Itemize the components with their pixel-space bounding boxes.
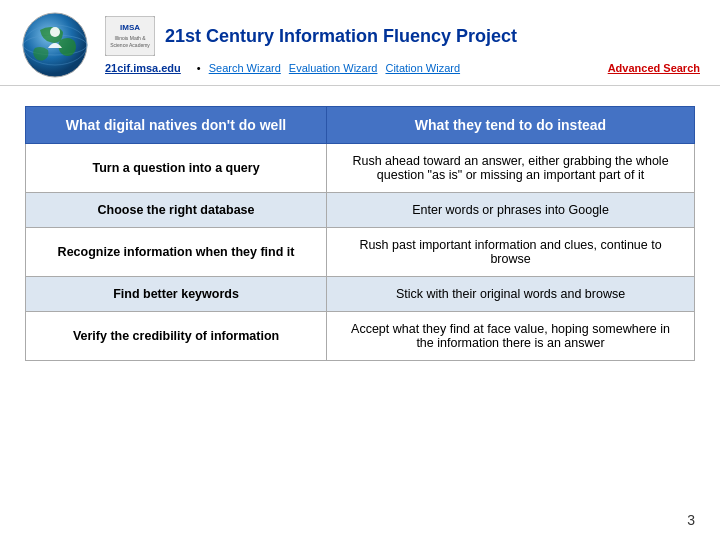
header-right: IMSA Illinois Math & Science Academy 21s…: [105, 16, 700, 74]
svg-text:IMSA: IMSA: [120, 23, 140, 32]
page-number: 3: [687, 512, 695, 528]
svg-text:Illinois Math &: Illinois Math &: [114, 35, 146, 41]
page-header: IMSA Illinois Math & Science Academy 21s…: [0, 0, 720, 86]
globe-icon: [20, 10, 90, 80]
table-cell-right: Rush past important information and clue…: [327, 228, 695, 277]
svg-text:Science Academy: Science Academy: [110, 42, 150, 48]
nav-advanced-search[interactable]: Advanced Search: [608, 62, 700, 74]
table-row: Choose the right databaseEnter words or …: [26, 193, 695, 228]
nav-search-wizard[interactable]: Search Wizard: [209, 62, 281, 74]
col2-header: What they tend to do instead: [327, 107, 695, 144]
site-link[interactable]: 21cif.imsa.edu: [105, 62, 181, 74]
table-row: Verify the credibility of informationAcc…: [26, 312, 695, 361]
nav-eval-wizard[interactable]: Evaluation Wizard: [289, 62, 378, 74]
table-cell-left: Choose the right database: [26, 193, 327, 228]
nav-bar: 21cif.imsa.edu • Search Wizard Evaluatio…: [105, 62, 700, 74]
project-title: 21st Century Information Fluency Project: [165, 26, 517, 47]
nav-citation-wizard[interactable]: Citation Wizard: [385, 62, 460, 74]
comparison-table: What digital natives don't do well What …: [25, 106, 695, 361]
nav-separator: •: [197, 62, 201, 74]
table-cell-right: Enter words or phrases into Google: [327, 193, 695, 228]
main-content: What digital natives don't do well What …: [0, 86, 720, 371]
col1-header: What digital natives don't do well: [26, 107, 327, 144]
table-cell-right: Stick with their original words and brow…: [327, 277, 695, 312]
table-cell-left: Recognize information when they find it: [26, 228, 327, 277]
table-cell-right: Accept what they find at face value, hop…: [327, 312, 695, 361]
table-row: Turn a question into a queryRush ahead t…: [26, 144, 695, 193]
table-cell-left: Turn a question into a query: [26, 144, 327, 193]
table-row: Find better keywordsStick with their ori…: [26, 277, 695, 312]
table-cell-left: Find better keywords: [26, 277, 327, 312]
brand-bar: IMSA Illinois Math & Science Academy 21s…: [105, 16, 700, 56]
table-cell-right: Rush ahead toward an answer, either grab…: [327, 144, 695, 193]
svg-point-3: [50, 27, 60, 37]
table-cell-left: Verify the credibility of information: [26, 312, 327, 361]
table-row: Recognize information when they find itR…: [26, 228, 695, 277]
imsa-logo: IMSA Illinois Math & Science Academy: [105, 16, 155, 56]
